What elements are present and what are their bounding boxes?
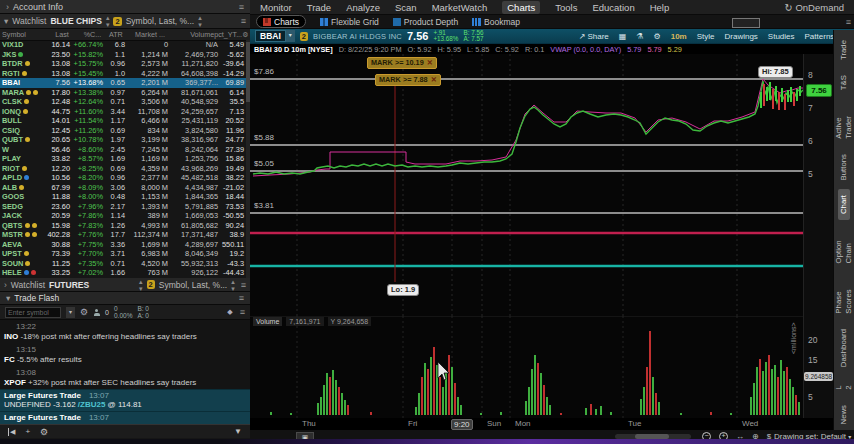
menu-monitor[interactable]: Monitor bbox=[260, 2, 292, 13]
column-header[interactable]: %C... bbox=[69, 30, 101, 39]
gadget-tab-t-s[interactable]: T&S bbox=[838, 69, 850, 96]
expand-arrow-icon[interactable]: › bbox=[4, 280, 7, 290]
menu-tools[interactable]: Tools bbox=[555, 2, 577, 13]
gadget-tab-chart[interactable]: Chart bbox=[838, 189, 850, 220]
menu-help[interactable]: Help bbox=[650, 2, 670, 13]
watchlist-name[interactable]: FUTURES bbox=[49, 280, 89, 290]
link-badge[interactable]: 2 bbox=[147, 280, 155, 289]
watchlist-row-upst[interactable]: UPST73.39+7.70%3.716,983 M8,046,34919.2 bbox=[0, 249, 246, 259]
watchlist-row-csiq[interactable]: CSIQ12.45+11.26%0.69834 M3,824,58011.96 bbox=[0, 126, 246, 136]
large-futures-trade-item[interactable]: Large Futures Trade13:07UNDEFINED -3.162… bbox=[0, 389, 250, 411]
gadget-tab-active-trader[interactable]: Active Trader bbox=[833, 99, 854, 145]
news-item[interactable]: XPOF +32% post mkt after SEC headlines s… bbox=[0, 378, 250, 389]
column-header[interactable]: ATR bbox=[101, 30, 123, 39]
watchlist-row-jack[interactable]: JACK20.59+7.86%1.14389 M1,669,053-50.55 bbox=[0, 211, 246, 221]
link-badge[interactable]: 2 bbox=[113, 17, 121, 26]
trade-flash-header[interactable]: ▾ Trade Flash ≡ bbox=[0, 292, 250, 305]
watchlist-row-soun[interactable]: SOUN11.25+7.35%0.714,520 M55,932,313-43.… bbox=[0, 259, 246, 269]
menu-trade[interactable]: Trade bbox=[307, 2, 331, 13]
studies-button[interactable]: Studies bbox=[768, 32, 795, 41]
watchlist-row-bbai[interactable]: BBAI7.56+13.68%0.652,201 M369,377...69.8… bbox=[0, 78, 246, 88]
spinner-icon[interactable]: ▴▾ bbox=[231, 278, 235, 292]
watchlist-row-alb[interactable]: ALB67.99+8.09%3.068,000 M4,434,987-21.02 bbox=[0, 183, 246, 193]
column-header[interactable]: Symbol bbox=[0, 30, 39, 39]
menu-marketwatch[interactable]: MarketWatch bbox=[432, 2, 488, 13]
column-header[interactable]: Market ... bbox=[123, 30, 165, 39]
empty-box[interactable] bbox=[732, 18, 760, 28]
menu-icon[interactable]: ≡ bbox=[240, 307, 245, 317]
menu-icon[interactable]: ≡ bbox=[241, 16, 246, 26]
watchlist-row-w[interactable]: W56.46+8.60%2.457,245 M8,242,06427.39 bbox=[0, 145, 246, 155]
ondemand-button[interactable]: ↻OnDemand bbox=[784, 2, 844, 13]
watchlist-row-sedg[interactable]: SEDG23.60+7.96%2.171,393 M5,791,88573.53 bbox=[0, 202, 246, 212]
columns-preset-dropdown[interactable]: Symbol, Last, %... bbox=[159, 280, 228, 290]
share-button[interactable]: ↗Share bbox=[579, 32, 609, 41]
alert-bubble[interactable]: MARK >= 10.19✕ bbox=[367, 57, 437, 69]
gadget-tab-option-chain[interactable]: Option Chain bbox=[833, 224, 854, 269]
column-header[interactable]: pct_YT... bbox=[214, 30, 242, 39]
news-item[interactable]: INO -18% post mkt after offering headlin… bbox=[0, 332, 250, 343]
menu-icon[interactable]: ≡ bbox=[239, 293, 244, 303]
watchlist-row-aeva[interactable]: AEVA30.88+7.75%3.361,699 M4,289,697550.1… bbox=[0, 240, 246, 250]
column-header[interactable]: Volume bbox=[165, 30, 214, 39]
futures-watchlist-header[interactable]: › Watchlist FUTURES ▴▾ 2 Symbol, Last, %… bbox=[0, 278, 250, 292]
account-info-bar[interactable]: › Account Info ≡ bbox=[0, 0, 250, 14]
watchlist-row-bull[interactable]: BULL14.01+11.54%1.176,466 M25,431,11920.… bbox=[0, 116, 246, 126]
chart-plot[interactable]: Volume 7,161,971 Y 9,264,658 <millions> … bbox=[250, 54, 803, 418]
price-axis[interactable]: 87657.56201559.264858 bbox=[803, 54, 834, 418]
timeframe-button[interactable]: 10m bbox=[671, 32, 687, 41]
drawings-button[interactable]: Drawings bbox=[725, 32, 758, 41]
spinner-icon[interactable]: ▴▾ bbox=[106, 14, 110, 28]
jump-to-start-icon[interactable]: ◀ bbox=[8, 428, 15, 436]
watchlist-row-mstr[interactable]: MSTR402.28+7.76%17.7112,374 M17,371,4873… bbox=[0, 230, 246, 240]
gear-icon[interactable]: ⚙ bbox=[80, 307, 88, 317]
tag-icon[interactable]: ◆ bbox=[227, 308, 232, 316]
gear-icon[interactable]: ⚙ bbox=[654, 32, 661, 41]
watchlist-name[interactable]: BLUE CHIPS bbox=[50, 16, 101, 26]
watchlist-header[interactable]: ▾ Watchlist BLUE CHIPS ▴▾ 2 Symbol, Last… bbox=[0, 14, 250, 29]
add-icon[interactable]: + bbox=[25, 427, 30, 436]
spinner-icon[interactable]: ▴▾ bbox=[198, 14, 202, 28]
dropdown-icon[interactable]: ▾ bbox=[286, 30, 295, 42]
collapse-arrow-icon[interactable]: ▾ bbox=[4, 16, 8, 26]
spinner-icon[interactable]: ▴▾ bbox=[139, 278, 143, 292]
collapse-arrow-icon[interactable]: ▾ bbox=[6, 293, 10, 303]
watchlist-row-qbts[interactable]: QBTS15.98+7.83%1.264,993 M61,805,68290.2… bbox=[0, 221, 246, 231]
columns-preset-dropdown[interactable]: Symbol, Last, %... bbox=[126, 16, 195, 26]
large-futures-trade-item[interactable]: Large Futures Trade13:07 bbox=[0, 411, 250, 424]
gear-icon[interactable]: ⚙ bbox=[40, 427, 48, 437]
menu-scan[interactable]: Scan bbox=[395, 2, 417, 13]
symbol-input[interactable]: BBAI▾ bbox=[255, 31, 295, 42]
news-item[interactable]: FC -5.5% after results bbox=[0, 355, 250, 366]
gadget-tab-dashboard[interactable]: Dashboard bbox=[838, 323, 850, 373]
watchlist-row-btdr[interactable]: BTDR13.08+15.75%0.962,573 M11,271,820-39… bbox=[0, 59, 246, 69]
dropdown-icon[interactable]: ▾ bbox=[66, 307, 75, 318]
menu-icon[interactable]: ≡ bbox=[239, 2, 244, 12]
menu-icon[interactable]: ≡ bbox=[846, 17, 851, 27]
menu-analyze[interactable]: Analyze bbox=[346, 2, 380, 13]
gadget-tab-buttons[interactable]: Buttons bbox=[838, 148, 850, 186]
gear-icon[interactable]: ⚙ bbox=[242, 31, 250, 39]
gadget-tab-trade[interactable]: Trade bbox=[838, 34, 850, 66]
alert-bubble[interactable]: MARK >= 7.88✕ bbox=[375, 74, 441, 86]
flask-icon[interactable]: ⚗ bbox=[636, 32, 643, 41]
watchlist-row-goos[interactable]: GOOS11.88+8.00%0.481,153 M1,844,36518.44 bbox=[0, 192, 246, 202]
close-icon[interactable]: ✕ bbox=[431, 75, 437, 85]
scroll-down-icon[interactable]: ▼ bbox=[234, 427, 242, 436]
watchlist-row-rgti[interactable]: RGTI13.08+15.45%1.04,222 M64,608,398-14.… bbox=[0, 69, 246, 79]
watchlist-row-vix1d[interactable]: VIX1D16.14+66.74%6.80N/A5.49 bbox=[0, 40, 246, 50]
gadget-tab-phase-scores[interactable]: Phase Scores bbox=[833, 272, 854, 320]
subtab-bookmap[interactable]: Bookmap bbox=[472, 17, 520, 27]
gadget-tab-l-2[interactable]: L 2 bbox=[833, 376, 854, 396]
column-header[interactable]: Last bbox=[39, 30, 68, 39]
subtab-flexible-grid[interactable]: Flexible Grid bbox=[320, 17, 379, 27]
watchlist-row-ionq[interactable]: IONQ44.75+11.60%3.4411,708 M24,259,6577.… bbox=[0, 107, 246, 117]
symbol-input[interactable]: Enter symbol bbox=[5, 307, 61, 318]
time-axis[interactable]: ThuFri9:20SunMonTueWed bbox=[250, 418, 833, 430]
style-button[interactable]: Style bbox=[697, 32, 715, 41]
gadget-tab-news[interactable]: News bbox=[838, 399, 850, 431]
watchlist-row-jks[interactable]: JKS23.50+15.82%1.11,214 M2,469,730-5.62 bbox=[0, 50, 246, 60]
subtab-product-depth[interactable]: Product Depth bbox=[393, 17, 458, 27]
menu-icon[interactable]: ≡ bbox=[241, 280, 246, 290]
watchlist-row-mara[interactable]: MARA17.80+13.38%0.976,264 M81,671,0616.1… bbox=[0, 88, 246, 98]
